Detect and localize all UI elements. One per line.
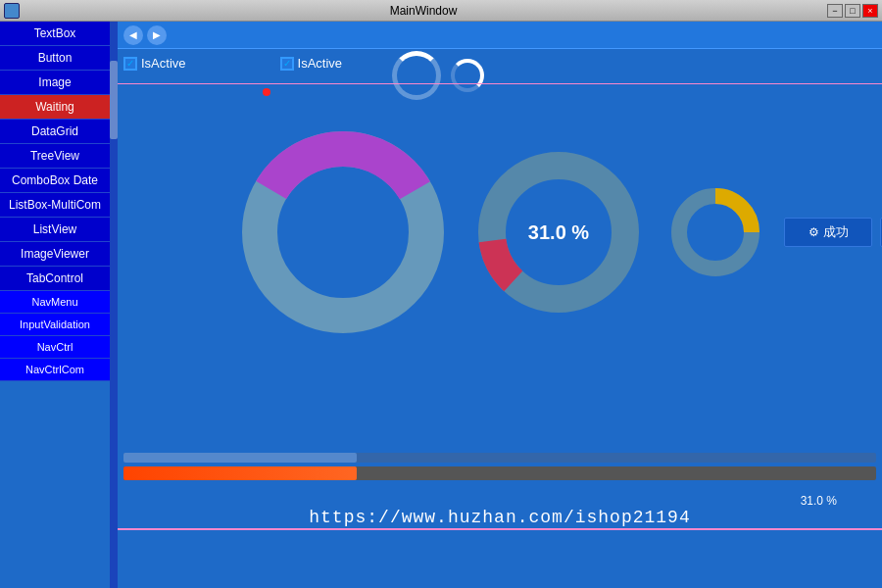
sidebar-item-datagrid[interactable]: DataGrid [0, 120, 110, 144]
sidebar-item-tabcontrol[interactable]: TabControl [0, 267, 110, 291]
sidebar-item-treeview[interactable]: TreeView [0, 144, 110, 169]
spinner-1 [392, 51, 441, 100]
success-icon: ⚙ [808, 225, 819, 239]
donut-chart-medium: 31.0 % [470, 144, 647, 320]
progress-fill-2 [123, 466, 357, 480]
sidebar-item-imageviewer[interactable]: ImageViewer [0, 242, 110, 267]
red-dot-indicator [263, 88, 270, 96]
url-text: https://www.huzhan.com/ishop21194 [309, 508, 690, 527]
toolbar: ◀ ▶ [118, 22, 882, 49]
sidebar-item-navmenu[interactable]: NavMenu [0, 291, 110, 314]
toolbar-forward-icon[interactable]: ▶ [147, 25, 167, 45]
checkbox-box-1[interactable] [123, 57, 137, 71]
checkboxes-area: IsActive IsActive [123, 56, 342, 71]
sidebar-item-image[interactable]: Image [0, 71, 110, 95]
window-controls: − □ × [827, 4, 878, 18]
checkbox-box-2[interactable] [280, 57, 294, 71]
sidebar-item-waiting[interactable]: Waiting [0, 95, 110, 120]
progress-bars-area [123, 453, 876, 480]
checkbox-isactive-2[interactable]: IsActive [280, 56, 343, 71]
sidebar-scrollbar-thumb[interactable] [110, 61, 118, 139]
progress-track-1 [123, 453, 876, 463]
maximize-button[interactable]: □ [845, 4, 860, 18]
sidebar-list: TextBox Button Image Waiting DataGrid Tr… [0, 22, 110, 588]
success-label: 成功 [823, 223, 849, 241]
pink-divider-bottom [118, 528, 882, 529]
donut-chart-small [666, 183, 764, 281]
spinner-2 [451, 59, 484, 92]
url-area: 31.0 % https://www.huzhan.com/ishop21194 [123, 494, 876, 527]
sidebar-item-comboboxdate[interactable]: ComboBox Date [0, 169, 110, 193]
toolbar-back-icon[interactable]: ◀ [123, 25, 143, 45]
sidebar-item-button[interactable]: Button [0, 46, 110, 71]
checkbox-label-1: IsActive [141, 56, 186, 71]
close-button[interactable]: × [862, 4, 878, 18]
window-title: MainWindow [20, 4, 827, 18]
sidebar-scrollbar[interactable] [110, 22, 118, 588]
content-area: ◀ ▶ IsActive IsActive [118, 22, 882, 588]
titlebar: MainWindow − □ × [0, 0, 882, 22]
donut-chart-large [235, 124, 451, 340]
sidebar: TextBox Button Image Waiting DataGrid Tr… [0, 22, 118, 588]
main-layout: TextBox Button Image Waiting DataGrid Tr… [0, 22, 882, 588]
minimize-button[interactable]: − [827, 4, 843, 18]
checkbox-label-2: IsActive [298, 56, 343, 71]
success-button[interactable]: ⚙ 成功 [784, 218, 872, 247]
checkbox-isactive-1[interactable]: IsActive [123, 56, 186, 71]
pink-divider-top [118, 83, 882, 84]
donut-medium-label: 31.0 % [528, 221, 589, 244]
sidebar-item-listboxmulticom[interactable]: ListBox-MultiCom [0, 193, 110, 218]
bottom-area [118, 529, 882, 588]
progress-track-2 [123, 466, 876, 480]
sidebar-item-navctrlcom[interactable]: NavCtrlCom [0, 359, 110, 381]
app-icon [4, 3, 20, 19]
action-buttons: ⚙ 成功 ⚙ 失败 ⚙ 重置 [784, 218, 882, 247]
progress-percent-label: 31.0 % [123, 494, 876, 508]
sidebar-item-textbox[interactable]: TextBox [0, 22, 110, 46]
sidebar-item-inputvalidation[interactable]: InputValidation [0, 314, 110, 336]
sidebar-item-listview[interactable]: ListView [0, 218, 110, 242]
progress-fill-1 [123, 453, 357, 463]
sidebar-item-navctrl[interactable]: NavCtrl [0, 336, 110, 359]
charts-area: 31.0 % ⚙ 成功 ⚙ 失败 [216, 105, 862, 360]
